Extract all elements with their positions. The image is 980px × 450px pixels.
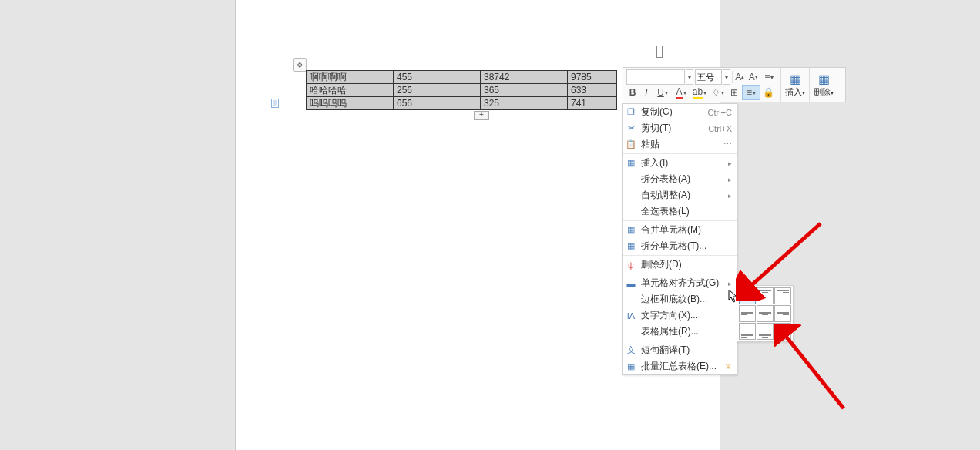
ctx-split-cells[interactable]: ▦ 拆分单元格(T)... [623, 238, 737, 254]
font-color-icon[interactable]: A▾ [673, 86, 690, 99]
align-top-left[interactable] [739, 287, 756, 304]
ctx-borders[interactable]: 边框和底纹(B)... [623, 291, 737, 307]
ctx-batch-sum[interactable]: ▦ 批量汇总表格(E)... ♕ [623, 358, 737, 374]
merge-icon: ▦ [626, 225, 636, 236]
delete-group[interactable]: ▦ 删除▾ [810, 68, 837, 102]
separator [623, 153, 737, 154]
paste-icon: 📋 [626, 139, 636, 150]
merge-cells-icon[interactable]: ⊞ [728, 86, 740, 99]
shrink-font-icon[interactable]: A▾ [747, 70, 760, 84]
delete-table-icon: ▦ [818, 72, 830, 86]
svg-line-1 [747, 223, 821, 289]
align-dropdown-icon[interactable]: ≡▾ [742, 85, 760, 100]
table-row: 呜呜呜呜 656 325 741 [307, 97, 617, 110]
ctx-translate[interactable]: 文 短句翻译(T) [623, 342, 737, 358]
delete-col-icon: ψ [626, 260, 636, 270]
table-cell[interactable]: 325 [481, 97, 568, 110]
split-icon: ▦ [626, 241, 636, 252]
table-cell[interactable]: 656 [394, 97, 481, 110]
align-icon: ▬ [626, 278, 636, 289]
add-row-button[interactable]: + [474, 111, 489, 120]
delete-label: 删除▾ [814, 86, 834, 98]
ctx-paste[interactable]: 📋 粘贴 ⋯ [623, 136, 737, 153]
table-cell[interactable]: 9785 [568, 71, 617, 84]
separator [732, 71, 733, 83]
insert-label: 插入▾ [785, 86, 805, 98]
table-cell[interactable]: 365 [481, 84, 568, 97]
list-icon[interactable]: ≡▾ [761, 70, 777, 84]
ctx-insert[interactable]: ▦ 插入(I) ▸ [623, 155, 737, 171]
grow-font-icon[interactable]: A▴ [734, 70, 747, 84]
ctx-select-all[interactable]: 全选表格(L) [623, 203, 737, 220]
align-top-center[interactable] [757, 287, 774, 304]
table-cell[interactable]: 呜呜呜呜 [307, 97, 394, 110]
table-row: 啊啊啊啊 455 38742 9785 [307, 71, 617, 84]
shading-icon[interactable]: ♢▾ [710, 86, 727, 99]
align-middle-center[interactable] [757, 305, 774, 322]
insert-table-icon: ▦ [790, 72, 801, 86]
table-move-handle[interactable]: ✥ [293, 58, 307, 72]
text-dir-icon: IA [626, 311, 636, 321]
table-cell[interactable]: 455 [394, 71, 481, 84]
cut-icon: ✂ [626, 123, 636, 134]
data-table[interactable]: 啊啊啊啊 455 38742 9785 哈哈哈哈 256 365 633 呜呜呜… [306, 70, 617, 110]
align-top-right[interactable] [774, 287, 791, 304]
ctx-delete-col[interactable]: ψ 删除列(D) [623, 257, 737, 273]
table-cell[interactable]: 633 [568, 84, 617, 97]
mini-toolbar: ▾ 五号 ▾ A▴ A▾ ≡▾ B I U▾ A▾ ab▾ ♢▾ ⊞ ≡▾ 🔒 … [623, 67, 846, 102]
align-middle-right[interactable] [774, 305, 791, 322]
separator [623, 220, 737, 221]
highlight-icon[interactable]: ab▾ [691, 86, 708, 99]
align-middle-left[interactable] [739, 305, 756, 322]
ctx-split-table[interactable]: 拆分表格(A) ▸ [623, 171, 737, 187]
bold-icon[interactable]: B [626, 86, 639, 99]
batch-icon: ▦ [626, 361, 636, 372]
ctx-cell-alignment[interactable]: ▬ 单元格对齐方式(G) ▸ [623, 275, 737, 291]
table-cell[interactable]: 256 [394, 84, 481, 97]
lock-icon[interactable]: 🔒 [762, 86, 774, 99]
table-row: 哈哈哈哈 256 365 633 [307, 84, 617, 97]
outline-doc-icon [271, 99, 279, 108]
underline-icon[interactable]: U▾ [654, 86, 671, 99]
separator [623, 274, 737, 274]
ctx-autofit[interactable]: 自动调整(A) ▸ [623, 187, 737, 203]
insert-group[interactable]: ▦ 插入▾ [781, 68, 810, 102]
context-menu: ❐ 复制(C) Ctrl+C ✂ 剪切(T) Ctrl+X 📋 粘贴 ⋯ ▦ 插… [622, 103, 737, 375]
alignment-submenu [737, 285, 794, 342]
ctx-copy[interactable]: ❐ 复制(C) Ctrl+C [623, 104, 737, 120]
separator [623, 341, 737, 341]
margin-indicator [656, 46, 663, 58]
ctx-cut[interactable]: ✂ 剪切(T) Ctrl+X [623, 120, 737, 136]
table-cell[interactable]: 哈哈哈哈 [307, 84, 394, 97]
translate-icon: 文 [626, 345, 636, 356]
ctx-merge-cells[interactable]: ▦ 合并单元格(M) [623, 222, 737, 238]
ctx-text-direction[interactable]: IA 文字方向(X)... [623, 307, 737, 324]
table-cell[interactable]: 38742 [481, 71, 568, 84]
table-cell[interactable]: 741 [568, 97, 617, 110]
ctx-table-properties[interactable]: 表格属性(R)... [623, 324, 737, 340]
copy-icon: ❐ [626, 107, 636, 118]
italic-icon[interactable]: I [640, 86, 653, 99]
table-cell[interactable]: 啊啊啊啊 [307, 71, 394, 84]
font-name-dropdown[interactable]: ▾ [686, 69, 693, 85]
font-name-input[interactable] [626, 69, 685, 85]
svg-line-2 [782, 331, 844, 408]
font-size-input[interactable]: 五号 [695, 69, 722, 85]
separator [623, 255, 737, 256]
font-size-dropdown[interactable]: ▾ [723, 69, 730, 85]
svg-rect-0 [272, 99, 279, 108]
align-bottom-right[interactable] [774, 323, 791, 340]
vip-icon: ♕ [725, 362, 732, 371]
insert-icon: ▦ [626, 158, 636, 169]
align-bottom-center[interactable] [757, 323, 774, 340]
align-bottom-left[interactable] [739, 323, 756, 340]
